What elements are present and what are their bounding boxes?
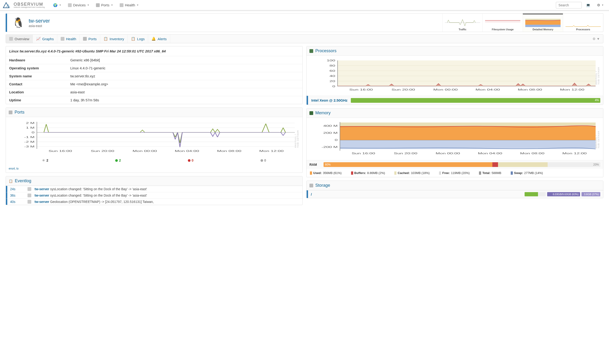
info-row: Uptime1 day, 3h 57m 58s	[6, 96, 302, 104]
device-icon	[27, 200, 31, 204]
eventlog-row[interactable]: 24s tw-server sysLocation changed: 'Sitt…	[6, 186, 302, 192]
svg-text:Mon 04:00: Mon 04:00	[475, 88, 500, 91]
mini-graph-processors[interactable]: Processors	[563, 14, 603, 32]
svg-text:1 M: 1 M	[26, 126, 35, 129]
port-count-total: ⚛2	[42, 158, 48, 162]
svg-text:Mon 08:00: Mon 08:00	[217, 150, 242, 153]
storage-title[interactable]: Storage	[315, 183, 330, 188]
svg-text:40: 40	[329, 75, 335, 78]
nav-global[interactable]: 🌍▼	[51, 2, 64, 9]
svg-text:-200 M: -200 M	[322, 145, 337, 149]
chevron-down-icon: ▼	[111, 4, 113, 6]
linux-icon: 🐧	[12, 17, 25, 28]
port-links[interactable]: ens4, lo	[6, 166, 302, 173]
nav-ports[interactable]: Ports ▼	[94, 2, 116, 9]
nav-health[interactable]: Health ▼	[117, 2, 141, 9]
search-input[interactable]	[556, 2, 582, 9]
device-name[interactable]: tw-server	[29, 18, 50, 24]
mini-graph-memory[interactable]: Detailed Memory	[523, 14, 563, 32]
net-icon: ⚛	[42, 158, 45, 162]
top-nav: OBSERVIUM network management and monitor…	[0, 0, 609, 10]
processors-title[interactable]: Processors	[315, 48, 337, 53]
eventlog-panel: 📋 Eventlog 24s tw-server sysLocation cha…	[6, 176, 303, 205]
tab-graphs[interactable]: 📈Graphs	[33, 35, 57, 43]
svg-text:2 M: 2 M	[26, 122, 35, 125]
processor-row[interactable]: Intel Xeon @ 2.50GHz 4%	[307, 96, 603, 105]
port-icon	[96, 3, 100, 7]
mini-graph-traffic[interactable]: Traffic	[442, 14, 482, 32]
svg-rect-3	[525, 25, 561, 27]
device-tabs: Overview 📈Graphs Health Ports 📋Inventory…	[6, 34, 603, 43]
tab-inventory[interactable]: 📋Inventory	[100, 35, 128, 43]
svg-text:Mon 04:00: Mon 04:00	[175, 150, 199, 153]
tab-settings[interactable]: ⚙ ▼	[589, 35, 603, 43]
nav-devices[interactable]: Devices ▼	[65, 2, 92, 9]
mini-graph-filesystem[interactable]: Filesystem Usage	[482, 14, 523, 32]
svg-text:-3 M: -3 M	[24, 145, 35, 148]
port-count-up: 2	[115, 158, 121, 162]
nav-settings[interactable]: ⚙▼	[595, 2, 606, 9]
ports-title[interactable]: Ports	[14, 110, 25, 115]
memory-graph[interactable]: 400 M200 M 0-200 M Sun 16:00Sun 20:00 Mo…	[310, 120, 600, 158]
svg-text:Mon 12:00: Mon 12:00	[259, 150, 284, 153]
svg-rect-2	[525, 20, 561, 25]
ports-graph[interactable]: 2 M1 M0 -1 M-2 M-3 M Sun 16:00Sun 20:00 …	[9, 119, 299, 157]
svg-text:Sun 16:00: Sun 16:00	[349, 88, 373, 91]
ports-panel: Ports 2 M1 M0	[6, 107, 303, 173]
svg-text:Mon 00:00: Mon 00:00	[436, 152, 460, 155]
port-icon	[9, 111, 13, 114]
info-row: Locationasia-east	[6, 88, 302, 96]
svg-text:Mon 00:00: Mon 00:00	[433, 88, 458, 91]
nav-ports-label: Ports	[101, 3, 109, 7]
health-icon	[120, 3, 123, 7]
svg-text:Mon 04:00: Mon 04:00	[478, 152, 502, 155]
svg-text:Sun 20:00: Sun 20:00	[394, 152, 417, 155]
svg-text:80: 80	[329, 64, 335, 67]
bell-icon: 🔔	[151, 37, 156, 41]
port-counts: ⚛2 2 0 0	[9, 157, 299, 164]
device-location: asia-east	[29, 24, 50, 28]
svg-text:400 M: 400 M	[323, 124, 338, 128]
device-header: 🐧 tw-server asia-east Traffic Filesystem…	[6, 13, 603, 32]
chevron-down-icon: ▼	[59, 4, 61, 6]
svg-text:Mon 12:00: Mon 12:00	[560, 88, 584, 91]
device-icon	[9, 37, 13, 41]
globe-icon: 🌍	[53, 3, 58, 7]
chevron-down-icon: ▼	[601, 4, 604, 6]
svg-text:100: 100	[327, 59, 335, 62]
port-icon	[83, 37, 87, 41]
svg-text:Sun 16:00: Sun 16:00	[351, 152, 375, 155]
logo[interactable]: OBSERVIUM network management and monitor…	[3, 2, 45, 9]
mini-graph-label: Traffic	[458, 28, 466, 31]
svg-text:Mon 00:00: Mon 00:00	[133, 150, 157, 153]
svg-text:Sun 20:00: Sun 20:00	[391, 88, 415, 91]
eventlog-row[interactable]: 36s tw-server sysLocation changed: 'Sitt…	[6, 192, 302, 198]
svg-text:-1 M: -1 M	[24, 136, 35, 139]
tab-overview[interactable]: Overview	[6, 35, 33, 43]
eventlog-title[interactable]: Eventlog	[15, 179, 31, 183]
info-row: System nametw.server.tlo.xyz	[6, 72, 302, 80]
tab-ports[interactable]: Ports	[80, 35, 100, 43]
svg-rect-44	[340, 126, 596, 140]
nav-laptop[interactable]: 💻	[583, 2, 593, 9]
graph-watermark: RRDTOOL / TOBI OETIKER	[595, 67, 600, 85]
info-row: Operating systemLinux 4.4.0-71-generic	[6, 64, 302, 72]
tab-logs[interactable]: 📋Logs	[128, 35, 148, 43]
tab-health[interactable]: Health	[57, 35, 80, 43]
storage-row[interactable]: / 6.03GB/9.63GB (63%) 3.6GB (37%)	[307, 190, 603, 198]
nav-health-label: Health	[125, 3, 135, 7]
brand-tagline: network management and monitoring	[14, 6, 45, 8]
mini-graph-label: Detailed Memory	[532, 28, 553, 31]
svg-text:Mon 08:00: Mon 08:00	[520, 152, 544, 155]
eventlog-row[interactable]: 40s tw-server Geolocation (OPENSTREETMAP…	[6, 198, 302, 205]
processors-graph[interactable]: 1008060 40200 Sun 16:00Sun 20:00 Mon 00:…	[310, 58, 600, 93]
tab-alerts[interactable]: 🔔Alerts	[148, 35, 170, 43]
port-count-down: 0	[188, 158, 194, 162]
mini-graphs: Traffic Filesystem Usage Detailed Memory…	[55, 14, 603, 32]
ram-usage-bar: 80% 20%	[324, 162, 600, 167]
memory-title[interactable]: Memory	[315, 111, 331, 116]
svg-text:0: 0	[333, 85, 335, 88]
chart-icon: 📈	[36, 37, 41, 41]
svg-text:Mon 12:00: Mon 12:00	[562, 152, 587, 155]
ram-bar-row: RAM 80% 20%	[307, 160, 603, 169]
